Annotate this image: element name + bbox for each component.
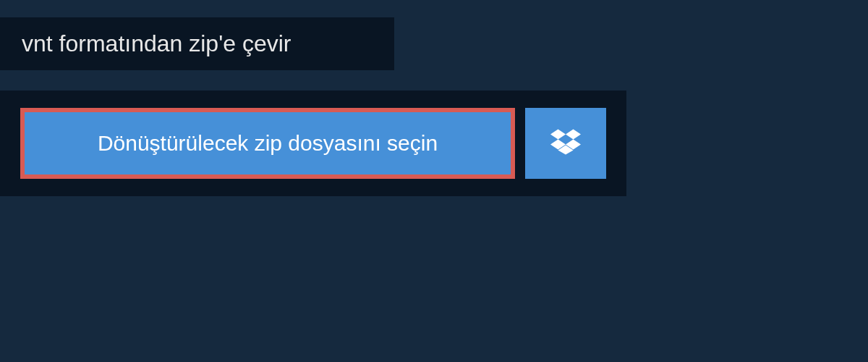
select-file-label: Dönüştürülecek zip dosyasını seçin [98,131,438,156]
page-title: vnt formatından zip'e çevir [22,30,373,57]
upload-section: Dönüştürülecek zip dosyasını seçin [0,90,626,196]
page-header: vnt formatından zip'e çevir [0,17,394,70]
dropbox-button[interactable] [525,108,606,179]
dropbox-icon [550,127,581,160]
select-file-button[interactable]: Dönüştürülecek zip dosyasını seçin [20,108,515,179]
